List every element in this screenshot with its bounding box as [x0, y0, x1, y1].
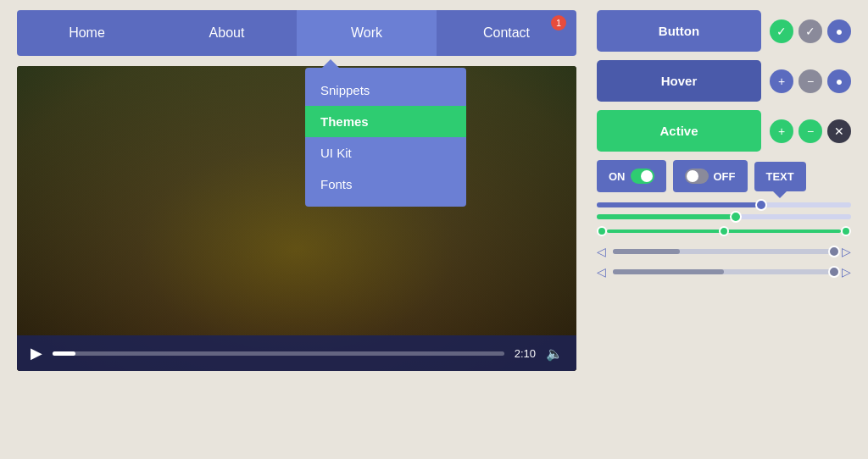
play-button[interactable]: ▶ [31, 344, 42, 362]
nav-home-label: Home [69, 25, 105, 40]
dropdown-fonts[interactable]: Fonts [305, 169, 466, 200]
nav-about-label: About [209, 25, 245, 40]
slider-left-icon-2: ◁ [597, 265, 606, 279]
blue-slider-track[interactable] [597, 202, 851, 207]
toggle-off[interactable]: OFF [673, 160, 748, 192]
button-icons: ✓ ✓ ● [770, 19, 851, 43]
slider-right-icon-2: ▷ [842, 265, 851, 279]
nav-contact-label: Contact [483, 25, 530, 40]
gray-fill-2 [613, 269, 724, 274]
video-time: 2:10 [515, 347, 536, 360]
dot-marker-right [841, 226, 851, 236]
toggle-row: ON OFF TEXT [597, 160, 851, 192]
nav-item-about[interactable]: About [157, 10, 297, 56]
nav-item-contact[interactable]: Contact 1 [437, 10, 576, 56]
gray-track-2[interactable] [613, 269, 835, 274]
dropdown-menu: Snippets Themes UI Kit Fonts [305, 68, 466, 207]
circle-dot-blue[interactable]: ● [827, 69, 851, 93]
video-progress-fill [53, 351, 75, 356]
left-panel: Home About Work Contact 1 Snippets Theme… [17, 10, 576, 371]
gray-handle-2[interactable] [828, 266, 840, 278]
minus-icon-gray[interactable]: − [798, 69, 822, 93]
dropdown-uikit[interactable]: UI Kit [305, 137, 466, 169]
gray-handle-1[interactable] [828, 246, 840, 257]
toggle-off-label: OFF [714, 170, 736, 183]
toggle-on-label: ON [609, 170, 626, 183]
nav-bar: Home About Work Contact 1 [17, 10, 576, 56]
gray-slider-row-1: ◁ ▷ [597, 245, 851, 258]
contact-badge: 1 [551, 15, 566, 30]
green-slider-fill [597, 214, 737, 219]
gray-sliders: ◁ ▷ ◁ ▷ [597, 245, 851, 279]
blue-slider-handle[interactable] [755, 199, 767, 211]
right-panel: Button ✓ ✓ ● Hover + − ● Active + − ✕ ON [597, 10, 851, 279]
hover-row: Hover + − ● [597, 60, 851, 102]
green-slider-track[interactable] [597, 214, 851, 219]
dropdown-themes[interactable]: Themes [305, 106, 466, 137]
green-slider-handle[interactable] [730, 211, 742, 223]
x-icon-dark[interactable]: ✕ [827, 119, 851, 143]
toggle-text-label: TEXT [766, 170, 794, 183]
check-icon-green[interactable]: ✓ [770, 19, 793, 43]
minus-icon-green[interactable]: − [798, 119, 822, 143]
dropdown-snippets[interactable]: Snippets [305, 75, 466, 106]
dot-slider-track [607, 230, 841, 233]
scene-overlay [17, 66, 576, 371]
nav-item-work[interactable]: Work [297, 10, 437, 56]
video-scene [17, 66, 576, 371]
plus-icon[interactable]: + [770, 69, 793, 93]
circle-icon-blue[interactable]: ● [827, 19, 851, 43]
button-hover[interactable]: Hover [597, 60, 761, 102]
video-controls: ▶ 2:10 🔈 [17, 335, 576, 371]
dot-marker-mid [719, 226, 729, 236]
toggle-switch-on[interactable] [631, 169, 654, 184]
video-container: ▶ 2:10 🔈 [17, 66, 576, 371]
nav-item-home[interactable]: Home [17, 10, 157, 56]
toggle-on[interactable]: ON [597, 160, 666, 192]
gray-slider-row-2: ◁ ▷ [597, 265, 851, 279]
dot-slider[interactable] [597, 226, 851, 236]
toggle-text[interactable]: TEXT [754, 162, 806, 191]
gray-fill-1 [613, 249, 680, 254]
gray-track-1[interactable] [613, 249, 835, 254]
button-active[interactable]: Active [597, 110, 761, 152]
volume-icon[interactable]: 🔈 [546, 346, 563, 362]
active-icons: + − ✕ [770, 119, 851, 143]
plus-icon-green[interactable]: + [770, 119, 793, 143]
button-row: Button ✓ ✓ ● [597, 10, 851, 52]
slider-left-icon-1: ◁ [597, 245, 606, 258]
nav-work-label: Work [351, 25, 382, 40]
slider-right-icon-1: ▷ [842, 245, 851, 258]
dot-marker-left [597, 226, 607, 236]
toggle-switch-off[interactable] [685, 169, 709, 184]
check-icon-gray[interactable]: ✓ [798, 19, 822, 43]
button-default[interactable]: Button [597, 10, 761, 52]
sliders-section [597, 202, 851, 236]
active-row: Active + − ✕ [597, 110, 851, 152]
hover-icons: + − ● [770, 69, 851, 93]
video-progress-bar[interactable] [53, 351, 504, 356]
blue-slider-fill [597, 202, 762, 207]
